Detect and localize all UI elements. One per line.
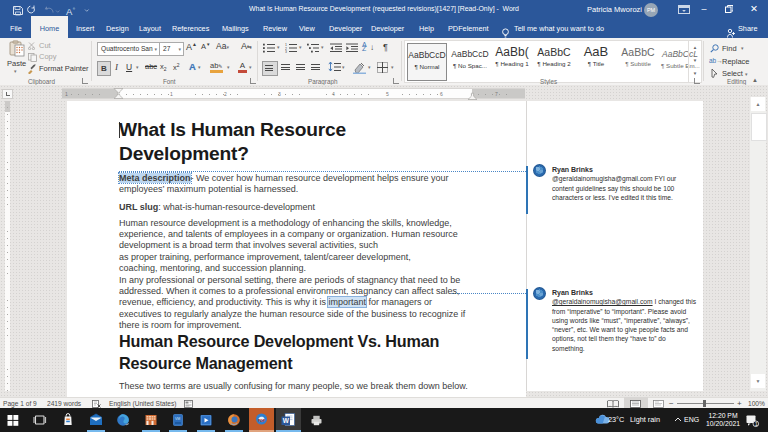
svg-text:A: A	[66, 6, 73, 17]
svg-text:PDF: PDF	[258, 419, 265, 423]
svg-text:3: 3	[285, 50, 287, 53]
svg-text:º: º	[73, 6, 75, 12]
svg-text:1: 1	[755, 421, 758, 427]
svg-text:W: W	[283, 417, 290, 424]
svg-text:VM: VM	[175, 417, 180, 421]
